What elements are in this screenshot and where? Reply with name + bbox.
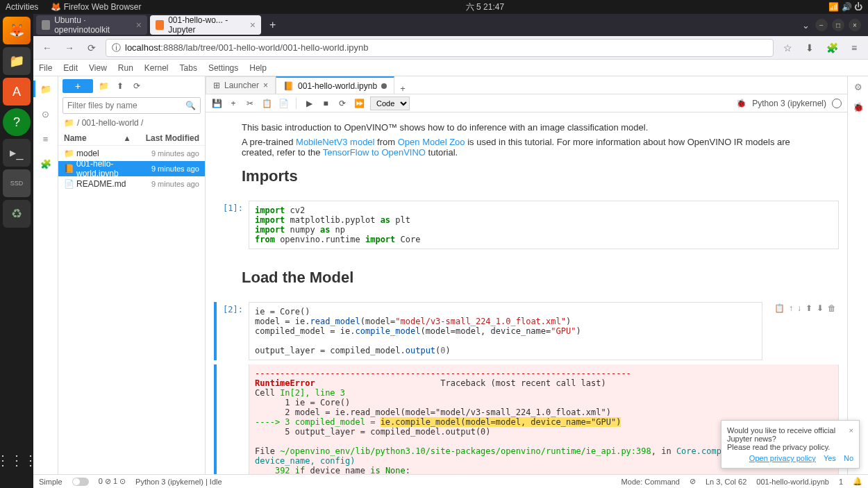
gnome-topbar: Activities 🦊 Firefox Web Browser 六 5 21:…	[0, 0, 868, 14]
system-tray[interactable]: 📶 🔊 ⏻	[828, 2, 862, 12]
clock[interactable]: 六 5 21:47	[142, 1, 829, 13]
activities-button[interactable]: Activities	[6, 2, 38, 12]
app-indicator: 🦊 Firefox Web Browser	[51, 2, 141, 12]
